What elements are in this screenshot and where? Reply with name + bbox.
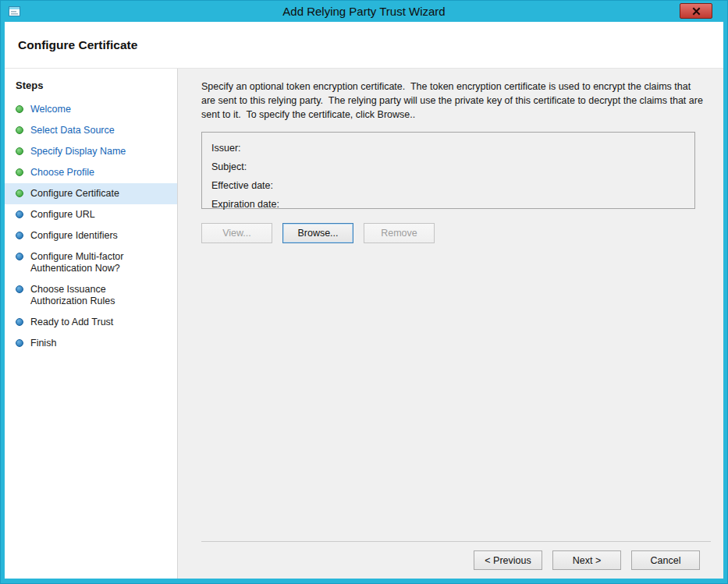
step-label: Ready to Add Trust bbox=[30, 317, 113, 328]
certificate-actions: View... Browse... Remove bbox=[201, 223, 711, 243]
certificate-field-row: Subject: bbox=[211, 158, 685, 176]
step-status-icon bbox=[16, 318, 23, 326]
expiration-date-label: Expiration date: bbox=[211, 199, 279, 210]
close-button[interactable] bbox=[680, 3, 712, 19]
wizard-window: Add Relying Party Trust Wizard Configure… bbox=[0, 0, 728, 584]
step-status-icon bbox=[16, 126, 23, 134]
footer-buttons: < Previous Next > Cancel bbox=[201, 541, 711, 570]
steps-sidebar: Steps Welcome Select Data Source Specify… bbox=[5, 69, 178, 579]
issuer-label: Issuer: bbox=[211, 143, 241, 154]
step-label: Finish bbox=[30, 338, 56, 349]
view-button: View... bbox=[201, 223, 272, 243]
step-finish: Finish bbox=[5, 333, 177, 354]
previous-button[interactable]: < Previous bbox=[474, 550, 542, 570]
page-header: Configure Certificate bbox=[5, 22, 723, 69]
titlebar[interactable]: Add Relying Party Trust Wizard bbox=[5, 1, 723, 22]
certificate-details-box: Issuer: Subject: Effective date: Expirat… bbox=[201, 132, 695, 209]
step-label: Welcome bbox=[30, 104, 71, 115]
step-status-icon bbox=[16, 232, 23, 239]
step-configure-identifiers: Configure Identifiers bbox=[5, 225, 177, 246]
step-status-icon bbox=[16, 189, 23, 197]
effective-date-label: Effective date: bbox=[211, 180, 273, 191]
certificate-field-row: Expiration date: bbox=[211, 195, 685, 214]
step-status-icon bbox=[16, 211, 23, 218]
page-title: Configure Certificate bbox=[18, 38, 137, 52]
step-label: Specify Display Name bbox=[30, 146, 126, 158]
steps-heading: Steps bbox=[5, 75, 177, 99]
close-icon bbox=[692, 7, 701, 16]
step-select-data-source[interactable]: Select Data Source bbox=[5, 120, 177, 141]
certificate-field-row: Effective date: bbox=[211, 176, 685, 195]
step-label: Configure Certificate bbox=[30, 188, 119, 200]
step-label: Configure URL bbox=[30, 209, 95, 221]
step-status-icon bbox=[16, 339, 23, 347]
cancel-button[interactable]: Cancel bbox=[631, 550, 700, 570]
step-status-icon bbox=[16, 105, 23, 113]
step-status-icon bbox=[16, 147, 23, 155]
step-label: Choose Issuance Authorization Rules bbox=[30, 284, 155, 307]
step-choose-profile[interactable]: Choose Profile bbox=[5, 162, 177, 183]
window-title: Add Relying Party Trust Wizard bbox=[5, 5, 723, 18]
step-configure-url: Configure URL bbox=[5, 204, 177, 225]
next-button[interactable]: Next > bbox=[552, 550, 621, 570]
step-status-icon bbox=[16, 285, 23, 293]
steps-list: Welcome Select Data Source Specify Displ… bbox=[5, 99, 177, 354]
step-status-icon bbox=[16, 253, 23, 260]
step-configure-mfa: Configure Multi-factor Authentication No… bbox=[5, 246, 177, 279]
content-pane: Specify an optional token encryption cer… bbox=[178, 69, 723, 579]
step-label: Choose Profile bbox=[30, 167, 94, 179]
step-label: Configure Multi-factor Authentication No… bbox=[30, 251, 155, 274]
main-area: Steps Welcome Select Data Source Specify… bbox=[5, 69, 723, 579]
certificate-field-row: Issuer: bbox=[211, 139, 685, 158]
step-configure-certificate: Configure Certificate bbox=[5, 183, 177, 204]
step-label: Select Data Source bbox=[30, 125, 115, 136]
step-ready-to-add-trust: Ready to Add Trust bbox=[5, 312, 177, 333]
browse-button[interactable]: Browse... bbox=[282, 223, 353, 243]
step-specify-display-name[interactable]: Specify Display Name bbox=[5, 141, 177, 162]
step-welcome[interactable]: Welcome bbox=[5, 99, 177, 120]
subject-label: Subject: bbox=[211, 161, 247, 172]
remove-button: Remove bbox=[364, 223, 435, 243]
instruction-text: Specify an optional token encryption cer… bbox=[201, 80, 707, 122]
step-choose-issuance-rules: Choose Issuance Authorization Rules bbox=[5, 279, 177, 312]
step-label: Configure Identifiers bbox=[30, 230, 118, 242]
window-body: Configure Certificate Steps Welcome Sele… bbox=[5, 22, 723, 579]
step-status-icon bbox=[16, 168, 23, 176]
